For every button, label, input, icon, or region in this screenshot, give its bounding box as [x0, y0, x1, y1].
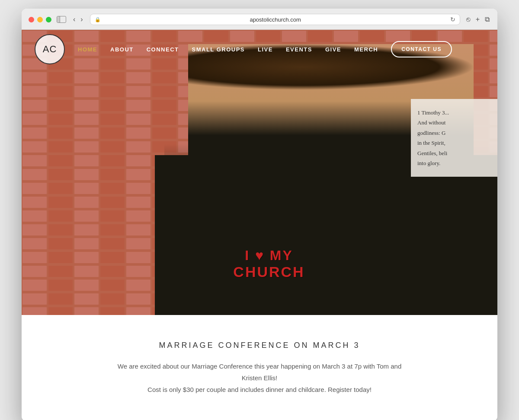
shirt-line1: I ♥ MY — [233, 248, 304, 264]
url-text[interactable]: apostolicchurch.com — [103, 16, 448, 23]
nav-live[interactable]: LIVE — [258, 46, 273, 53]
maximize-button[interactable] — [46, 17, 51, 22]
hero-section: I ♥ MY CHURCH 1 Timothy 3... And without… — [22, 30, 497, 315]
navbar: AC HOME ABOUT CONNECT SMALL GROUPS LIVE … — [22, 30, 497, 69]
scripture-line3: godliness: G — [417, 128, 491, 138]
share-button[interactable]: ⎋ — [465, 15, 471, 24]
browser-window: ‹ › 🔒 apostolicchurch.com ↻ ⎋ + ⧉ — [22, 9, 497, 420]
nav-about[interactable]: ABOUT — [110, 46, 134, 53]
scripture-line6: into glory. — [417, 158, 491, 168]
nav-events[interactable]: EVENTS — [286, 46, 312, 53]
back-button[interactable]: ‹ — [71, 15, 77, 24]
scripture-overlay: 1 Timothy 3... And without godliness: G … — [411, 99, 497, 177]
scripture-line1: 1 Timothy 3... — [417, 108, 491, 118]
tabs-button[interactable]: ⧉ — [484, 15, 490, 24]
scripture-line2: And without — [417, 118, 491, 127]
nav-give[interactable]: GIVE — [325, 46, 341, 53]
sidebar-toggle-icon[interactable] — [57, 16, 66, 23]
logo[interactable]: AC — [35, 34, 65, 64]
content-title: MARRIAGE CONFERENCE ON MARCH 3 — [39, 341, 480, 350]
browser-actions: ⎋ + ⧉ — [465, 15, 490, 24]
nav-links: HOME ABOUT CONNECT SMALL GROUPS LIVE EVE… — [78, 41, 484, 57]
shirt-line2: CHURCH — [233, 264, 304, 280]
lock-icon: 🔒 — [95, 17, 101, 22]
hero-background: I ♥ MY CHURCH 1 Timothy 3... And without… — [22, 30, 497, 315]
content-paragraph2: Cost is only $30 per couple and includes… — [108, 384, 411, 395]
content-section: MARRIAGE CONFERENCE ON MARCH 3 We are ex… — [22, 315, 497, 420]
refresh-button[interactable]: ↻ — [450, 16, 455, 23]
nav-home[interactable]: HOME — [78, 46, 97, 53]
forward-button[interactable]: › — [79, 15, 84, 24]
nav-connect[interactable]: CONNECT — [147, 46, 179, 53]
shirt-text: I ♥ MY CHURCH — [233, 248, 304, 280]
nav-arrows: ‹ › — [71, 15, 85, 24]
browser-chrome: ‹ › 🔒 apostolicchurch.com ↻ ⎋ + ⧉ — [22, 9, 497, 30]
new-tab-button[interactable]: + — [475, 15, 481, 24]
minimize-button[interactable] — [37, 17, 43, 22]
nav-small-groups[interactable]: SMALL GROUPS — [192, 46, 245, 53]
address-bar[interactable]: 🔒 apostolicchurch.com ↻ — [90, 14, 460, 25]
scripture-line5: Gentiles, beli — [417, 148, 491, 158]
content-paragraph1: We are excited about our Marriage Confer… — [108, 360, 411, 384]
traffic-lights — [29, 17, 51, 22]
nav-merch[interactable]: MERCH — [354, 46, 378, 53]
close-button[interactable] — [29, 17, 34, 22]
contact-us-button[interactable]: CONTACT US — [391, 41, 452, 57]
scripture-line4: in the Spirit, — [417, 138, 491, 148]
shirt-area — [155, 155, 497, 315]
website-content: I ♥ MY CHURCH 1 Timothy 3... And without… — [22, 30, 497, 420]
